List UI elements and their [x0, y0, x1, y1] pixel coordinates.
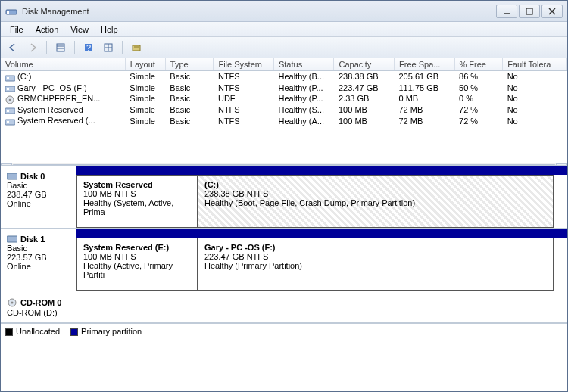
- toolbar: ?: [1, 37, 567, 58]
- cdrom-row: CD-ROM 0 CD-ROM (D:): [1, 291, 567, 323]
- cdrom-name-label: CD-ROM 0: [20, 298, 61, 307]
- column-header[interactable]: Fault Tolera: [503, 58, 567, 71]
- menu-view[interactable]: View: [64, 23, 95, 36]
- partition-box[interactable]: System Reserved (E:)100 MB NTFSHealthy (…: [76, 238, 198, 291]
- settings-button[interactable]: [127, 39, 145, 56]
- volume-row[interactable]: System Reserved (...SimpleBasicNTFSHealt…: [1, 115, 567, 126]
- svg-rect-1: [7, 11, 9, 14]
- column-header[interactable]: Capacity: [334, 58, 395, 71]
- forward-button[interactable]: [23, 39, 42, 56]
- app-icon: [5, 5, 17, 17]
- column-header[interactable]: Type: [165, 58, 214, 71]
- disk-label[interactable]: Disk 0Basic238.47 GBOnline: [1, 166, 76, 228]
- window-title: Disk Management: [22, 7, 496, 16]
- minimize-button[interactable]: [496, 5, 517, 18]
- disk-row: Disk 0Basic238.47 GBOnlineSystem Reserve…: [1, 166, 567, 229]
- maximize-button[interactable]: [519, 5, 540, 18]
- close-button[interactable]: [541, 5, 563, 18]
- svg-rect-24: [5, 120, 15, 125]
- titlebar: Disk Management: [1, 1, 567, 22]
- disk-stripe: [76, 166, 567, 175]
- svg-point-21: [9, 98, 11, 101]
- column-header[interactable]: Layout: [125, 58, 165, 71]
- svg-rect-17: [7, 77, 9, 79]
- volume-row[interactable]: Gary - PC -OS (F:)SimpleBasicNTFSHealthy…: [1, 82, 567, 94]
- partition-box[interactable]: Gary - PC -OS (F:)223.47 GB NTFSHealthy …: [198, 238, 554, 291]
- volume-row[interactable]: (C:)SimpleBasicNTFSHealthy (B...238.38 G…: [1, 71, 567, 82]
- svg-rect-27: [7, 236, 17, 242]
- toolbar-separator: [122, 41, 123, 54]
- volume-row[interactable]: GRMCHPFRER_EN...SimpleBasicUDFHealthy (P…: [1, 93, 567, 104]
- column-header[interactable]: Volume: [1, 58, 125, 71]
- column-header[interactable]: Free Spa...: [395, 58, 455, 71]
- disk-row: Disk 1Basic223.57 GBOnlineSystem Reserve…: [1, 229, 567, 291]
- column-header[interactable]: % Free: [454, 58, 503, 71]
- view-graphical-button[interactable]: [99, 39, 117, 56]
- column-header[interactable]: Status: [273, 58, 334, 71]
- svg-point-29: [11, 302, 14, 304]
- svg-rect-19: [7, 88, 9, 90]
- menubar: File Action View Help: [1, 22, 567, 37]
- view-list-button[interactable]: [51, 39, 70, 56]
- svg-rect-6: [57, 44, 64, 51]
- svg-rect-18: [5, 86, 15, 92]
- menu-action[interactable]: Action: [30, 23, 65, 36]
- svg-text:?: ?: [86, 43, 91, 52]
- cdrom-sub-label: CD-ROM (D:): [7, 308, 561, 317]
- partition-box[interactable]: System Reserved100 MB NTFSHealthy (Syste…: [76, 175, 198, 228]
- toolbar-separator: [74, 41, 75, 54]
- legend: Unallocated Primary partition: [1, 323, 567, 339]
- svg-rect-23: [7, 110, 9, 112]
- toolbar-separator: [46, 41, 47, 54]
- svg-rect-14: [133, 45, 140, 51]
- partition-box[interactable]: (C:)238.38 GB NTFSHealthy (Boot, Page Fi…: [198, 175, 554, 228]
- disk-label[interactable]: Disk 1Basic223.57 GBOnline: [1, 229, 76, 291]
- help-button[interactable]: ?: [80, 39, 98, 56]
- volume-list: VolumeLayoutTypeFile SystemStatusCapacit…: [1, 58, 567, 166]
- legend-unallocated: Unallocated: [5, 327, 60, 336]
- svg-rect-22: [5, 108, 15, 114]
- legend-primary: Primary partition: [70, 327, 142, 336]
- column-header[interactable]: File System: [214, 58, 274, 71]
- svg-rect-25: [7, 121, 9, 123]
- svg-rect-3: [526, 8, 532, 14]
- back-button[interactable]: [4, 39, 22, 56]
- disk-stripe: [76, 229, 567, 238]
- svg-rect-16: [5, 76, 15, 81]
- menu-file[interactable]: File: [4, 23, 30, 36]
- svg-rect-26: [7, 173, 17, 179]
- disk-graphical-view: Disk 0Basic238.47 GBOnlineSystem Reserve…: [1, 166, 567, 291]
- cdrom-name: CD-ROM 0: [7, 297, 561, 308]
- menu-help[interactable]: Help: [95, 23, 124, 36]
- volume-row[interactable]: System ReservedSimpleBasicNTFSHealthy (S…: [1, 104, 567, 116]
